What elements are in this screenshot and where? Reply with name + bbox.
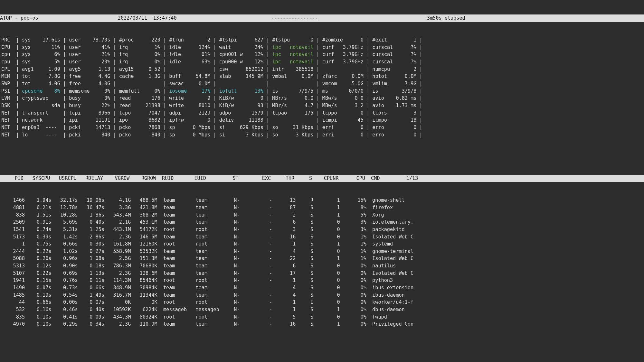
process-row: 5088 0.26s 0.96s 1.08s 2.5G 151.3M team … <box>0 255 644 262</box>
process-list: 1466 1.94s 32.17s 19.06s 4.1G 488.5M tea… <box>0 197 644 328</box>
process-header: PID SYSCPU USRCPU RDELAY VGROW RGROW RUI… <box>0 175 644 182</box>
sys-row: CPU | sys 11% | user 41% | irq 1% | idle… <box>0 44 644 51</box>
process-row: 5313 0.12s 0.90s 0.18s 786.3M 70680K tea… <box>0 262 644 270</box>
sys-row: NET | network | ipi 11191 | ipo 8682 | i… <box>0 116 644 124</box>
system-stats: PRC | sys 17.61s | user 78.70s | #proc 2… <box>0 36 644 138</box>
process-row: 44 0.66s 0.00s 0.07s 0K 0K root root N- … <box>0 299 644 306</box>
process-row: 1541 0.74s 5.31s 1.25s 443.1M 54172K roo… <box>0 226 644 233</box>
process-row: 4970 0.10s 0.29s 0.34s 2.3G 110.9M team … <box>0 320 644 328</box>
process-row: 532 0.16s 0.46s 0.40s 10592K 6224K messa… <box>0 306 644 313</box>
sys-row: SWP | tot 4.0G | free 4.0G | | swcac 0.0… <box>0 80 644 88</box>
sys-row: NET | enp0s3 ---- | pcki 14713 | pcko 78… <box>0 124 644 131</box>
sys-row: MEM | tot 7.8G | free 4.4G | cache 1.3G … <box>0 73 644 80</box>
sys-row: NET | transport | tcpi 8966 | tcpo 7047 … <box>0 109 644 117</box>
process-row: 838 1.51s 10.28s 1.86s 543.4M 308.2M tea… <box>0 211 644 219</box>
sys-row: PRC | sys 17.61s | user 78.70s | #proc 2… <box>0 36 644 44</box>
process-row: 1466 1.94s 32.17s 19.06s 4.1G 488.5M tea… <box>0 197 644 204</box>
process-row: 835 0.10s 0.41s 0.09s 434.3M 80324K root… <box>0 313 644 321</box>
process-row: 1 0.75s 0.66s 0.30s 161.8M 12160K root r… <box>0 240 644 248</box>
sys-row: cpu | sys 6% | user 21% | irq 0% | idle … <box>0 51 644 58</box>
blank-row <box>0 153 644 160</box>
process-row: 2509 0.91s 5.69s 0.40s 2.1G 453.1M team … <box>0 218 644 226</box>
process-row: 2444 0.22s 1.02s 0.27s 558.9M 53532K tea… <box>0 248 644 255</box>
sys-row: DSK | sda | busy 22% | read 21398 | writ… <box>0 102 644 109</box>
process-row: 1490 0.07s 0.73s 0.66s 348.9M 30984K tea… <box>0 284 644 292</box>
process-row: 1485 0.19s 0.54s 1.49s 316.7M 11344K tea… <box>0 292 644 299</box>
sys-row: CPL | avg1 1.09 | avg5 1.13 | avg15 0.52… <box>0 66 644 73</box>
process-row: 4881 6.21s 12.78s 16.47s 3.3G 421.8M tea… <box>0 204 644 211</box>
process-row: 5173 0.39s 1.42s 2.86s 2.3G 146.5M team … <box>0 233 644 241</box>
process-row: 1941 0.15s 0.76s 0.11s 114.3M 85464K roo… <box>0 277 644 284</box>
sys-row: NET | lo ---- | pcki 840 | pcko 840 | sp… <box>0 131 644 139</box>
process-row: 5107 0.22s 0.69s 1.13s 2.3G 128.6M team … <box>0 270 644 277</box>
sys-row: PSI | cpusome 8% | memsome 0% | memfull … <box>0 88 644 95</box>
sys-row: LVM | cryptswap | busy 0% | read 176 | w… <box>0 95 644 102</box>
sys-row: cpu | sys 5% | user 20% | irq 0% | idle … <box>0 58 644 66</box>
top-bar: ATOP - pop-os 2022/03/11 13:47:40 ------… <box>0 14 644 22</box>
